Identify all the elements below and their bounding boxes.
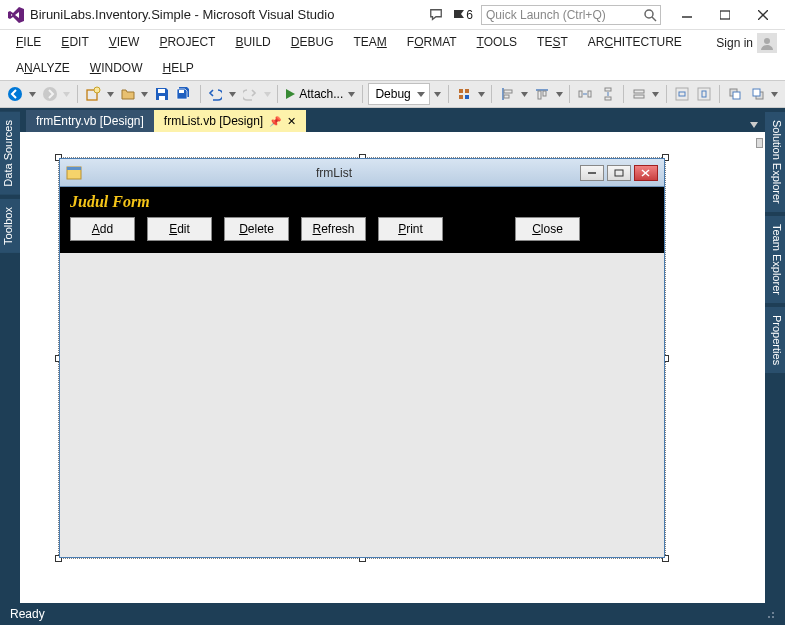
tab-frmentry[interactable]: frmEntry.vb [Design] — [26, 110, 154, 132]
svg-rect-17 — [465, 95, 469, 99]
nav-back-dropdown[interactable] — [28, 92, 36, 97]
signin-link[interactable]: Sign in — [716, 36, 753, 50]
add-button[interactable]: Add — [70, 217, 135, 241]
avatar-icon[interactable] — [757, 33, 777, 53]
hspace-button[interactable] — [576, 83, 594, 105]
feedback-icon[interactable] — [427, 6, 445, 24]
menu-format[interactable]: FORMAT — [397, 33, 467, 51]
size-width-button[interactable] — [630, 83, 648, 105]
data-sources-tab[interactable]: Data Sources — [0, 112, 20, 195]
titlebar: BiruniLabs.Inventory.Simple - Microsoft … — [0, 0, 785, 30]
pin-icon[interactable]: 📌 — [269, 116, 281, 127]
svg-rect-11 — [158, 89, 165, 93]
form-close-action-button[interactable]: Close — [515, 217, 580, 241]
menu-view[interactable]: VIEW — [99, 33, 150, 51]
tab-overflow-dropdown[interactable] — [749, 122, 759, 128]
align-left-button[interactable] — [498, 83, 516, 105]
design-form-window[interactable]: frmList Judul Form Add Edit — [59, 158, 665, 558]
svg-point-8 — [43, 87, 57, 101]
align-grid-button[interactable] — [455, 83, 473, 105]
svg-point-6 — [764, 38, 770, 44]
align-grid-dropdown[interactable] — [477, 92, 485, 97]
form-minimize-button[interactable] — [580, 165, 604, 181]
config-dropdown[interactable]: Debug — [368, 83, 429, 105]
align-top-button[interactable] — [533, 83, 551, 105]
print-button[interactable]: Print — [378, 217, 443, 241]
tab-frmlist[interactable]: frmList.vb [Design] 📌 ✕ — [154, 110, 306, 132]
start-attach-button[interactable]: Attach... — [284, 87, 343, 101]
svg-rect-16 — [459, 95, 463, 99]
nav-forward-dropdown[interactable] — [63, 92, 71, 97]
vs-logo-icon — [8, 7, 24, 23]
center-horiz-button[interactable] — [673, 83, 691, 105]
bring-front-button[interactable] — [726, 83, 744, 105]
edit-button[interactable]: Edit — [147, 217, 212, 241]
quick-launch-input[interactable]: Quick Launch (Ctrl+Q) — [481, 5, 661, 25]
svg-rect-43 — [615, 170, 623, 176]
svg-rect-32 — [676, 88, 688, 100]
align-top-dropdown[interactable] — [555, 92, 563, 97]
send-back-button[interactable] — [749, 83, 767, 105]
open-file-dropdown[interactable] — [141, 92, 149, 97]
menu-project[interactable]: PROJECT — [149, 33, 225, 51]
vspace-button[interactable] — [598, 83, 616, 105]
menu-tools[interactable]: TOOLS — [467, 33, 527, 51]
undo-button[interactable] — [206, 83, 224, 105]
close-button[interactable] — [749, 3, 777, 27]
resize-grip-icon[interactable] — [763, 607, 775, 622]
menu-analyze[interactable]: ANALYZE — [6, 59, 80, 77]
menu-test[interactable]: TEST — [527, 33, 578, 51]
menu-file[interactable]: FILE — [6, 33, 51, 51]
svg-rect-41 — [67, 167, 81, 170]
team-explorer-tab[interactable]: Team Explorer — [765, 216, 785, 303]
solution-explorer-tab[interactable]: Solution Explorer — [765, 112, 785, 212]
svg-rect-34 — [698, 88, 710, 100]
document-tabs: frmEntry.vb [Design] frmList.vb [Design]… — [20, 108, 765, 132]
size-dropdown[interactable] — [652, 92, 660, 97]
svg-rect-3 — [720, 11, 730, 19]
config-options[interactable] — [434, 92, 442, 97]
tab-close-icon[interactable]: ✕ — [287, 115, 296, 128]
maximize-button[interactable] — [711, 3, 739, 27]
minimize-button[interactable] — [673, 3, 701, 27]
properties-tab[interactable]: Properties — [765, 307, 785, 373]
notifications-badge[interactable]: 6 — [453, 8, 473, 22]
svg-rect-35 — [702, 91, 706, 97]
svg-rect-19 — [504, 90, 512, 93]
menu-edit[interactable]: EDIT — [51, 33, 98, 51]
open-file-button[interactable] — [118, 83, 136, 105]
menu-window[interactable]: WINDOW — [80, 59, 153, 77]
toolbox-tab[interactable]: Toolbox — [0, 199, 20, 253]
form-header-panel[interactable]: Judul Form Add Edit Delete Refresh Print… — [60, 187, 664, 253]
align-left-dropdown[interactable] — [521, 92, 529, 97]
menu-architecture[interactable]: ARCHITECTURE — [578, 33, 692, 51]
redo-dropdown[interactable] — [263, 92, 271, 97]
save-button[interactable] — [153, 83, 171, 105]
body-area: Data Sources Toolbox frmEntry.vb [Design… — [0, 108, 785, 603]
delete-button[interactable]: Delete — [224, 217, 289, 241]
nav-back-button[interactable] — [6, 83, 24, 105]
menu-build[interactable]: BUILD — [225, 33, 280, 51]
new-project-button[interactable] — [84, 83, 102, 105]
center-vert-button[interactable] — [695, 83, 713, 105]
nav-forward-button[interactable] — [41, 83, 59, 105]
scroll-indicator-icon — [756, 138, 763, 148]
menu-team[interactable]: TEAM — [343, 33, 396, 51]
new-project-dropdown[interactable] — [106, 92, 114, 97]
form-close-button[interactable] — [634, 165, 658, 181]
save-all-button[interactable] — [175, 83, 193, 105]
svg-rect-28 — [605, 97, 611, 100]
start-dropdown[interactable] — [347, 92, 355, 97]
refresh-button[interactable]: Refresh — [301, 217, 366, 241]
form-maximize-button[interactable] — [607, 165, 631, 181]
menu-debug[interactable]: DEBUG — [281, 33, 344, 51]
menu-help[interactable]: HELP — [152, 59, 203, 77]
svg-rect-14 — [459, 89, 463, 93]
svg-rect-12 — [159, 96, 165, 100]
undo-dropdown[interactable] — [229, 92, 237, 97]
form-window-controls — [580, 165, 658, 181]
toolbar: Attach... Debug — [0, 80, 785, 108]
form-designer[interactable]: frmList Judul Form Add Edit — [20, 132, 765, 603]
redo-button[interactable] — [241, 83, 259, 105]
toolbar-overflow[interactable] — [771, 92, 779, 97]
